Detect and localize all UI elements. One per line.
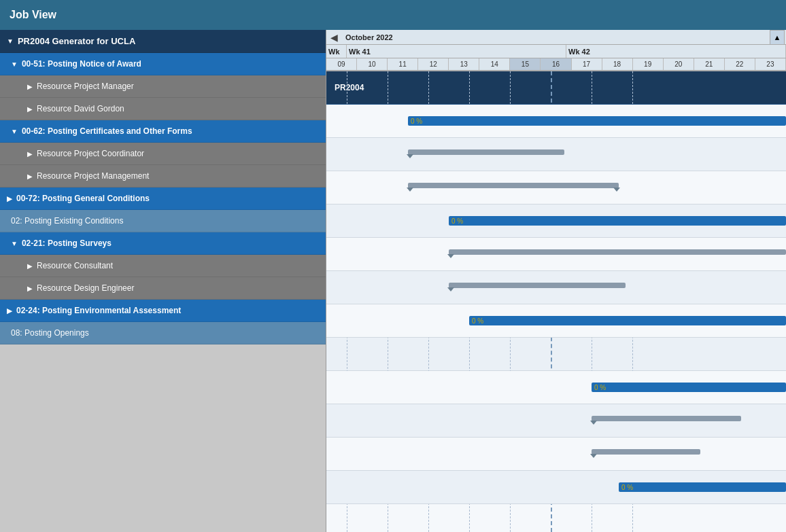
- gantt-row-s1: 0 %: [326, 105, 786, 138]
- s1-arrow: ▼: [11, 60, 18, 68]
- pr2004-bar: PR2004: [329, 80, 369, 95]
- r4-arrow: ▶: [27, 173, 33, 180]
- gantt-row-r6: [326, 438, 786, 471]
- gantt-row-s5: 0 %: [326, 371, 786, 404]
- r2-right-arrow: [613, 188, 620, 192]
- app-header: Job View: [0, 0, 786, 30]
- gantt-row-s3: 0 %: [326, 304, 786, 338]
- gantt-row-r1: [326, 138, 786, 171]
- r1-label: Resource Project Manager: [37, 82, 134, 91]
- s5-gantt-bar: 0 %: [592, 383, 786, 392]
- r5-label: Resource Consultant: [37, 261, 113, 270]
- r4-left-arrow: [447, 287, 454, 291]
- r5-gantt-bar: [592, 416, 741, 421]
- header-title: Job View: [10, 9, 56, 21]
- s1-percent: 0 %: [411, 118, 422, 125]
- resource-project-manager[interactable]: ▶ Resource Project Manager: [0, 75, 326, 98]
- s6-label: 02-24: Posting Environmental Assessment: [16, 306, 181, 315]
- r1-gantt-bar: [408, 149, 564, 155]
- day-10: 10: [357, 58, 388, 70]
- day-14: 14: [479, 58, 510, 70]
- s6-arrow: ▶: [7, 307, 12, 315]
- gantt-header: ◀ October 2022 ▲ Wk Wk 41 Wk 42 09 10 11…: [326, 30, 786, 71]
- r6-label: Resource Design Engineer: [37, 283, 134, 293]
- s1-label: 00-51: Posting Notice of Award: [22, 59, 141, 69]
- gantt-row-s4: [326, 338, 786, 371]
- section-08[interactable]: 08: Posting Openings: [0, 322, 326, 344]
- day-20: 20: [664, 58, 694, 70]
- r2-label: Resource David Gordon: [37, 104, 124, 113]
- gantt-day-row: 09 10 11 12 13 14 15 16 17 18 19 20 21 2…: [326, 58, 786, 71]
- week-label-41: Wk 41: [347, 45, 566, 58]
- day-18: 18: [602, 58, 633, 70]
- r5-arrow: ▶: [27, 262, 33, 270]
- r3-left-arrow: [447, 254, 454, 258]
- r4-label: Resource Project Management: [37, 171, 149, 181]
- day-11: 11: [388, 58, 418, 70]
- left-panel: ▼ PR2004 Generator for UCLA ▼ 00-51: Pos…: [0, 30, 326, 532]
- main-content: ▼ PR2004 Generator for UCLA ▼ 00-51: Pos…: [0, 30, 786, 532]
- resource-david-gordon[interactable]: ▶ Resource David Gordon: [0, 98, 326, 120]
- root-arrow: ▼: [7, 37, 14, 45]
- section-00-62[interactable]: ▼ 00-62: Posting Certificates and Other …: [0, 120, 326, 143]
- s3-percent: 0 %: [472, 317, 483, 325]
- section-02-24[interactable]: ▶ 02-24: Posting Environmental Assessmen…: [0, 300, 326, 322]
- s5-label: 02-21: Posting Surveys: [22, 238, 112, 248]
- day-12: 12: [418, 58, 449, 70]
- s6-gantt-bar: 0 %: [619, 482, 786, 492]
- s2-percent: 0 %: [451, 217, 463, 225]
- gantt-month-row: ◀ October 2022 ▲: [326, 30, 786, 45]
- gantt-panel: ◀ October 2022 ▲ Wk Wk 41 Wk 42 09 10 11…: [326, 30, 786, 532]
- s2-gantt-bar: 0 %: [449, 216, 786, 226]
- day-23: 23: [755, 58, 786, 70]
- r3-gantt-bar: [449, 249, 786, 255]
- gantt-row-r2: [326, 171, 786, 205]
- r3-arrow: ▶: [27, 150, 33, 158]
- day-15: 15: [510, 58, 541, 70]
- gantt-row-r4: [326, 271, 786, 304]
- day-19: 19: [633, 58, 664, 70]
- resource-project-management[interactable]: ▶ Resource Project Management: [0, 165, 326, 188]
- resource-design-engineer[interactable]: ▶ Resource Design Engineer: [0, 277, 326, 300]
- r2-arrow: ▶: [27, 105, 33, 113]
- r1-arrow: ▶: [27, 83, 33, 90]
- gantt-row-s2: 0 %: [326, 205, 786, 238]
- section-02-21[interactable]: ▼ 02-21: Posting Surveys: [0, 232, 326, 255]
- s4-label: 02: Posting Existing Conditions: [11, 216, 123, 226]
- s2-label: 00-62: Posting Certificates and Other Fo…: [22, 126, 192, 136]
- gantt-row-pr2004: PR2004: [326, 71, 786, 105]
- gantt-expand-button[interactable]: ▲: [770, 30, 785, 45]
- resource-consultant[interactable]: ▶ Resource Consultant: [0, 255, 326, 277]
- r6-arrow: ▶: [27, 285, 33, 292]
- r1-left-arrow: [407, 154, 413, 158]
- gantt-collapse-button[interactable]: ◀: [326, 30, 341, 45]
- section-00-51[interactable]: ▼ 00-51: Posting Notice of Award: [0, 53, 326, 75]
- gantt-row-s6: 0 %: [326, 471, 786, 504]
- s2-arrow: ▼: [11, 128, 18, 135]
- s7-label: 08: Posting Openings: [11, 328, 89, 338]
- tree-root-item[interactable]: ▼ PR2004 Generator for UCLA: [0, 30, 326, 53]
- day-21: 21: [694, 58, 725, 70]
- gantt-row-s7: [326, 504, 786, 532]
- day-22: 22: [725, 58, 755, 70]
- s5-arrow: ▼: [11, 240, 18, 247]
- r2-gantt-bar: [408, 183, 619, 188]
- gantt-row-r3: [326, 238, 786, 271]
- s1-gantt-bar: 0 %: [408, 116, 786, 126]
- resource-project-coordinator[interactable]: ▶ Resource Project Coordinator: [0, 143, 326, 165]
- gantt-week-row: Wk Wk 41 Wk 42: [326, 45, 786, 58]
- section-02[interactable]: 02: Posting Existing Conditions: [0, 210, 326, 232]
- r6-gantt-bar: [592, 449, 700, 455]
- day-09: 09: [326, 58, 357, 70]
- r6-left-arrow: [590, 454, 597, 458]
- gantt-body: PR2004 0 %: [326, 71, 786, 532]
- r4-gantt-bar: [449, 283, 626, 288]
- r5-left-arrow: [590, 421, 597, 425]
- week-label-42: Wk 42: [566, 45, 786, 58]
- week-label-wk: Wk: [326, 45, 347, 58]
- s6-percent: 0 %: [621, 484, 633, 491]
- section-00-72[interactable]: ▶ 00-72: Posting General Conditions: [0, 188, 326, 210]
- s3-gantt-bar: 0 %: [469, 316, 786, 325]
- day-16: 16: [541, 58, 571, 70]
- r3-label: Resource Project Coordinator: [37, 149, 144, 158]
